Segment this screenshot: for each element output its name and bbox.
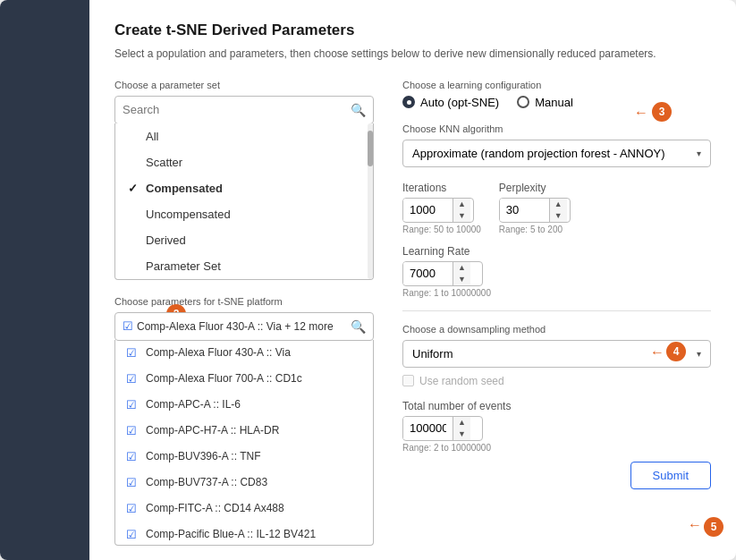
check-icon-compensated: ✓ — [128, 182, 140, 195]
iterations-down[interactable]: ▼ — [453, 210, 470, 222]
total-events-label: Total number of events — [402, 400, 711, 412]
downsampling-select[interactable]: Uniform ▾ — [402, 340, 711, 368]
submit-row: Submit — [402, 462, 711, 489]
iterations-spin: ▲ ▼ — [453, 199, 470, 222]
learning-rate-down[interactable]: ▼ — [453, 274, 470, 285]
learning-rate-spin: ▲ ▼ — [453, 262, 470, 285]
learning-rate-wrapper: ▲ ▼ — [402, 261, 483, 286]
downsampling-label: Choose a downsampling method — [402, 324, 711, 335]
param-check-7: ☑ — [126, 528, 140, 541]
knn-chevron-icon: ▾ — [697, 148, 701, 158]
params-search-input[interactable] — [137, 320, 351, 333]
dropdown-item-compensated[interactable]: ✓ Compensated — [115, 175, 373, 201]
search-box[interactable]: 🔍 — [114, 96, 374, 124]
sidebar — [0, 0, 89, 560]
total-events-range: Range: 2 to 10000000 — [402, 443, 711, 453]
iterations-label: Iterations — [402, 182, 481, 194]
radio-manual[interactable]: Manual — [517, 96, 573, 109]
param-check-4: ☑ — [126, 450, 140, 463]
param-check-3: ☑ — [126, 424, 140, 437]
badge-3: 3 — [652, 102, 672, 122]
learning-rate-label: Learning Rate — [402, 245, 711, 258]
learning-rate-section: Learning Rate ▲ ▼ Range: 1 to 10000000 — [402, 245, 711, 298]
param-item-6[interactable]: ☑ Comp-FITC-A :: CD14 Ax488 — [115, 496, 373, 522]
iterations-group: Iterations ▲ ▼ Range: 50 to 10000 — [402, 182, 481, 234]
iterations-range: Range: 50 to 10000 — [402, 225, 481, 234]
params-label: Choose parameters for t-SNE platform — [114, 296, 374, 307]
page-subtitle: Select a population and parameters, then… — [114, 47, 711, 62]
parameter-set-label: Choose a parameter set — [114, 80, 374, 90]
param-item-7[interactable]: ☑ Comp-Pacific Blue-A :: IL-12 BV421 — [115, 522, 373, 546]
param-item-0[interactable]: ☑ Comp-Alexa Fluor 430-A :: Via — [115, 340, 373, 366]
knn-select[interactable]: Approximate (random projection forest - … — [402, 140, 711, 167]
iter-perp-row: Iterations ▲ ▼ Range: 50 to 10000 Perple… — [402, 182, 711, 234]
iterations-up[interactable]: ▲ — [453, 199, 470, 210]
perplexity-input[interactable] — [500, 199, 549, 221]
iterations-input[interactable] — [403, 199, 453, 221]
downsampling-section: Choose a downsampling method Uniform ▾ U… — [402, 324, 711, 387]
knn-label: Choose KNN algorithm — [402, 123, 711, 134]
param-item-2[interactable]: ☑ Comp-APC-A :: IL-6 — [115, 392, 373, 418]
downsampling-chevron-icon: ▾ — [697, 349, 701, 359]
parameter-set-dropdown: All Scatter ✓ Compensated Uncompensated — [114, 123, 374, 280]
dropdown-item-uncompensated[interactable]: Uncompensated — [115, 201, 373, 227]
learning-rate-input[interactable] — [403, 262, 453, 284]
learning-config-label: Choose a learning configuration — [402, 80, 711, 90]
radio-auto[interactable]: Auto (opt-SNE) — [402, 96, 499, 109]
perplexity-input-wrapper: ▲ ▼ — [499, 198, 571, 223]
perplexity-spin: ▲ ▼ — [549, 199, 567, 222]
dropdown-item-derived[interactable]: Derived — [115, 227, 373, 253]
iterations-input-wrapper: ▲ ▼ — [402, 198, 474, 223]
arrow-5: ← — [688, 517, 702, 533]
dropdown-item-all[interactable]: All — [115, 123, 373, 149]
badge-4: 4 — [666, 342, 686, 361]
arrow-4: ← — [650, 344, 664, 361]
params-section: Choose parameters for t-SNE platform ☑ 🔍… — [114, 296, 374, 546]
param-item-5[interactable]: ☑ Comp-BUV737-A :: CD83 — [115, 470, 373, 496]
total-events-down[interactable]: ▼ — [453, 428, 470, 440]
random-seed-label: Use random seed — [419, 375, 504, 387]
radio-manual-btn — [517, 96, 529, 108]
use-random-seed-group: Use random seed — [402, 375, 711, 387]
param-item-1[interactable]: ☑ Comp-Alexa Fluor 700-A :: CD1c — [115, 366, 373, 392]
param-check-2: ☑ — [126, 398, 140, 412]
perplexity-up[interactable]: ▲ — [550, 199, 567, 210]
right-column: Choose a learning configuration Auto (op… — [402, 80, 711, 546]
perplexity-label: Perplexity — [499, 182, 571, 194]
divider — [402, 310, 711, 311]
submit-button[interactable]: Submit — [630, 462, 711, 489]
badge-5: 5 — [704, 517, 723, 537]
params-checkbox-icon: ☑ — [123, 319, 137, 333]
random-seed-checkbox[interactable] — [402, 375, 414, 386]
perplexity-down[interactable]: ▼ — [550, 210, 567, 222]
param-item-4[interactable]: ☑ Comp-BUV396-A :: TNF — [115, 444, 373, 470]
search-input[interactable] — [123, 103, 351, 116]
total-events-spin: ▲ ▼ — [453, 417, 470, 440]
learning-rate-range: Range: 1 to 10000000 — [402, 288, 711, 298]
content-area: 1 → 2 → 3 ← 4 ← 5 ← Create t-SNE Derived… — [89, 0, 736, 560]
param-check-0: ☑ — [126, 346, 140, 360]
total-events-wrapper: ▲ ▼ — [402, 416, 483, 441]
params-dropdown-list: ☑ Comp-Alexa Fluor 430-A :: Via ☑ Comp-A… — [114, 340, 374, 546]
arrow-3: ← — [634, 105, 648, 121]
param-item-3[interactable]: ☑ Comp-APC-H7-A :: HLA-DR — [115, 418, 373, 444]
param-check-6: ☑ — [126, 502, 140, 515]
learning-rate-up[interactable]: ▲ — [453, 262, 470, 274]
search-icon: 🔍 — [351, 103, 366, 117]
radio-auto-btn — [402, 96, 415, 108]
perplexity-group: Perplexity ▲ ▼ Range: 5 to 200 — [499, 182, 571, 234]
total-events-input[interactable] — [403, 417, 453, 439]
knn-section: Choose KNN algorithm Approximate (random… — [402, 123, 711, 167]
params-search-box[interactable]: ☑ 🔍 — [114, 312, 374, 341]
total-events-up[interactable]: ▲ — [453, 417, 470, 428]
param-check-5: ☑ — [126, 476, 140, 489]
perplexity-range: Range: 5 to 200 — [499, 225, 571, 234]
page-title: Create t-SNE Derived Parameters — [114, 21, 711, 39]
param-check-1: ☑ — [126, 372, 140, 386]
total-events-section: Total number of events ▲ ▼ Range: 2 to 1… — [402, 400, 711, 453]
params-search-icon: 🔍 — [351, 319, 366, 334]
left-column: Choose a parameter set 🔍 All Scatter — [114, 80, 374, 546]
dropdown-item-parameter-set[interactable]: Parameter Set — [115, 253, 373, 279]
dropdown-item-scatter[interactable]: Scatter — [115, 149, 373, 175]
